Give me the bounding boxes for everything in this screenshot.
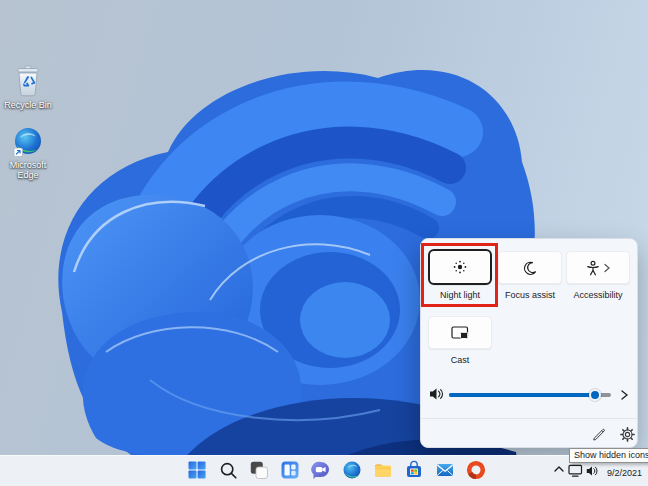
volume-slider-fill	[449, 393, 595, 397]
focus-assist-label: Focus assist	[495, 290, 565, 300]
cast-label: Cast	[425, 355, 495, 365]
mail-button[interactable]	[433, 458, 457, 482]
tray-clock-date[interactable]: 9/2/2021	[596, 468, 642, 478]
accessibility-person-icon	[586, 260, 600, 276]
quick-settings-panel: Night light Focus assist Accessibility C…	[420, 238, 638, 448]
edit-quick-settings-button[interactable]	[591, 426, 607, 442]
desktop-icon-label: Recycle Bin	[4, 100, 52, 110]
file-explorer-icon	[373, 460, 393, 480]
recycle-bin-icon	[11, 64, 45, 98]
night-light-button[interactable]	[428, 249, 492, 285]
microsoft-store-icon	[404, 460, 424, 480]
volume-slider[interactable]	[449, 393, 611, 397]
night-light-icon	[452, 259, 468, 275]
start-button[interactable]	[185, 458, 209, 482]
volume-expand-chevron-icon[interactable]	[619, 388, 629, 402]
volume-slider-thumb[interactable]	[589, 389, 601, 401]
show-hidden-icons-button[interactable]	[552, 463, 566, 475]
volume-row	[421, 385, 639, 405]
taskbar-icons	[185, 458, 488, 482]
file-explorer-button[interactable]	[371, 458, 395, 482]
windows-start-icon	[187, 460, 207, 480]
settings-button[interactable]	[619, 426, 635, 442]
widgets-button[interactable]	[278, 458, 302, 482]
network-icon	[568, 464, 583, 478]
panel-divider	[421, 418, 637, 419]
desktop-icon-recycle-bin[interactable]: Recycle Bin	[0, 64, 56, 110]
focus-assist-button[interactable]	[498, 251, 562, 284]
accessibility-label: Accessibility	[563, 290, 633, 300]
widgets-icon	[280, 460, 300, 480]
focus-assist-moon-icon	[522, 260, 538, 276]
volume-speaker-icon	[429, 387, 445, 401]
chevron-up-icon	[555, 467, 563, 471]
edge-button[interactable]	[340, 458, 364, 482]
chevron-right-icon	[603, 262, 611, 274]
search-icon	[219, 461, 238, 480]
show-hidden-icons-tooltip: Show hidden icons	[569, 448, 648, 463]
cast-button[interactable]	[428, 316, 492, 349]
edit-pencil-icon	[592, 427, 606, 441]
chat-icon	[311, 460, 331, 480]
desktop-icon-microsoft-edge[interactable]: Microsoft Edge	[0, 126, 56, 181]
desktop-icon-label: Microsoft Edge	[0, 160, 56, 181]
search-button[interactable]	[216, 458, 240, 482]
settings-gear-icon	[620, 427, 635, 442]
cast-icon	[451, 326, 469, 340]
office-button[interactable]	[464, 458, 488, 482]
edge-icon	[12, 126, 44, 158]
task-view-button[interactable]	[247, 458, 271, 482]
office-icon	[466, 460, 486, 480]
edge-browser-icon	[342, 460, 362, 480]
mail-icon	[435, 460, 455, 480]
store-button[interactable]	[402, 458, 426, 482]
night-light-label: Night light	[425, 290, 495, 300]
accessibility-button[interactable]	[566, 251, 630, 284]
task-view-icon	[249, 460, 269, 480]
chat-button[interactable]	[309, 458, 333, 482]
